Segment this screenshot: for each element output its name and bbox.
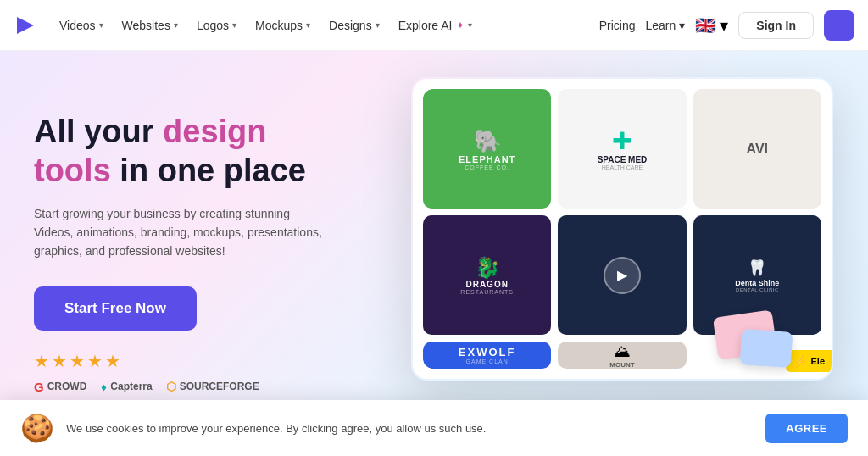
float-card-blue (740, 329, 793, 368)
hero-subtitle: Start growing your business by creating … (34, 204, 331, 261)
capterra-logo: ⬧ Capterra (100, 380, 152, 393)
start-free-button[interactable]: Start Free Now (34, 286, 197, 331)
spark-icon: ✦ (456, 19, 465, 31)
nav-pricing[interactable]: Pricing (599, 19, 636, 32)
nav-left: Videos ▾ Websites ▾ Logos ▾ Mockups ▾ De… (51, 14, 599, 37)
mountain-logo-card: ⛰ MOUNT (558, 342, 686, 369)
agree-button[interactable]: AGREE (765, 414, 848, 443)
denta-label: Denta Shine (735, 279, 779, 287)
star-icon: ★ (34, 351, 49, 371)
mountain-icon: ⛰ (614, 342, 631, 361)
nav-language-selector[interactable]: 🇬🇧 ▾ (695, 15, 728, 36)
nav-designs[interactable]: Designs ▾ (320, 14, 388, 37)
gcrowd-icon: G (34, 380, 44, 394)
navbar: Videos ▾ Websites ▾ Logos ▾ Mockups ▾ De… (0, 0, 868, 51)
star-icon: ★ (70, 351, 85, 371)
floating-cards (715, 314, 800, 381)
signin-button[interactable]: Sign In (738, 12, 814, 39)
nav-videos[interactable]: Videos ▾ (51, 14, 112, 37)
spacemed-sublabel: HEALTH CARE (602, 164, 643, 170)
star-icon: ★ (105, 351, 120, 371)
dragon-icon: 🐉 (475, 256, 500, 280)
star-icon: ★ (87, 351, 103, 371)
hero-content: All your design tools in one place Start… (0, 113, 364, 393)
chevron-down-icon: ▾ (306, 20, 310, 30)
chevron-down-icon: ▾ (174, 20, 178, 30)
nav-learn[interactable]: Learn ▾ (646, 19, 686, 32)
nav-right: Pricing Learn ▾ 🇬🇧 ▾ Sign In (599, 10, 854, 41)
spacemed-label: SPACE MED (598, 155, 648, 164)
exwolf-logo-card: EXWOLF GAME CLAN (423, 342, 551, 369)
sourceforge-icon: ⬡ (166, 380, 176, 393)
chevron-down-icon: ▾ (376, 20, 380, 30)
capterra-icon: ⬧ (100, 380, 107, 393)
nav-mockups[interactable]: Mockups ▾ (247, 14, 319, 37)
play-icon[interactable]: ▶ (604, 257, 641, 294)
capterra-label: Capterra (110, 381, 152, 392)
hero-visual: 🐘 ELEPHANT COFFEE CO. EXWOLF GAME CLAN ⛰… (410, 76, 868, 432)
hero-title: All your design tools in one place (34, 113, 331, 190)
nav-logos[interactable]: Logos ▾ (188, 14, 245, 37)
play-button-card[interactable]: ▶ (558, 215, 686, 335)
gcrowd-label: CROWD (47, 381, 87, 392)
exwolf-label: EXWOLF (459, 346, 516, 359)
chevron-down-icon: ▾ (468, 20, 472, 30)
star-icon: ★ (52, 351, 67, 371)
nav-websites[interactable]: Websites ▾ (114, 14, 186, 37)
flag-icon: 🇬🇧 (695, 15, 716, 36)
dragon-sublabel: RESTAURANTS (460, 289, 514, 295)
spacemed-cross-icon: ✚ (612, 127, 632, 155)
app-icon-button[interactable] (824, 10, 854, 41)
sourceforge-label: SOURCEFORGE (180, 381, 259, 392)
chevron-down-icon: ▾ (720, 15, 728, 36)
denta-icon: 🦷 (748, 259, 766, 277)
cookie-icon: 🍪 (20, 412, 54, 444)
avi-logo-card: AVI (693, 89, 821, 209)
nav-explore-ai[interactable]: Explore AI ✦ ▾ (390, 14, 481, 37)
avi-label: AVI (747, 142, 768, 157)
chevron-down-icon: ▾ (99, 20, 103, 30)
chevron-down-icon: ▾ (232, 20, 236, 30)
dragon-logo-card: 🐉 DRAGON RESTAURANTS (423, 215, 551, 335)
cookie-banner: 🍪 We use cookies to improve your experie… (0, 400, 868, 456)
denta-sublabel: DENTAL CLINIC (736, 287, 779, 292)
exwolf-sublabel: GAME CLAN (466, 359, 509, 364)
chevron-down-icon: ▾ (679, 19, 685, 32)
elephant-label: ELEPHANT (459, 154, 515, 164)
brand-logo[interactable] (14, 14, 37, 37)
cookie-text: We use cookies to improve your experienc… (66, 422, 754, 435)
elephant-logo-card: 🐘 ELEPHANT COFFEE CO. (423, 89, 551, 209)
hero-section: All your design tools in one place Start… (0, 51, 868, 456)
elephant-sublabel: COFFEE CO. (465, 164, 509, 170)
ele-label: Ele (810, 356, 825, 366)
svg-marker-0 (17, 17, 34, 34)
dragon-label: DRAGON (465, 280, 508, 289)
trust-logos: G CROWD ⬧ Capterra ⬡ SOURCEFORGE (34, 380, 331, 394)
spacemed-logo-card: ✚ SPACE MED HEALTH CARE (558, 89, 686, 209)
elephant-icon: 🐘 (474, 128, 501, 154)
mountain-label: MOUNT (609, 361, 634, 369)
star-rating: ★ ★ ★ ★ ★ (34, 351, 331, 371)
gcrowd-logo: G CROWD (34, 380, 86, 394)
sourceforge-logo: ⬡ SOURCEFORGE (166, 380, 259, 393)
